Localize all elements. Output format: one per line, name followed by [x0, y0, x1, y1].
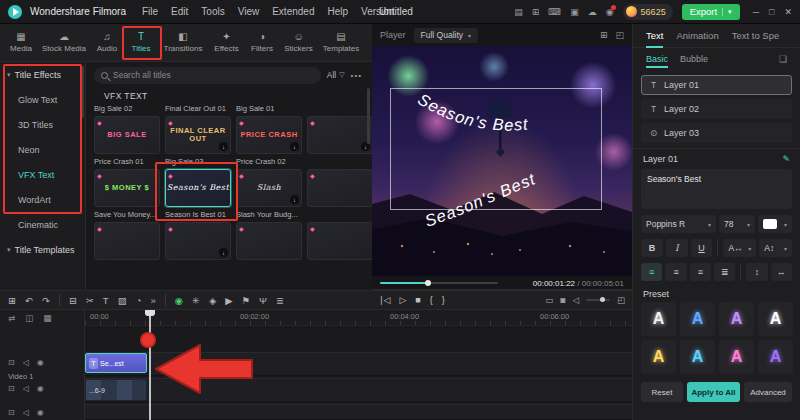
timeline-ruler[interactable]: 00:00 00:02:00 00:04:00 00:06:00: [85, 310, 632, 326]
layer-row-2[interactable]: TLayer 02: [641, 99, 792, 119]
mark-out-button[interactable]: }: [442, 295, 445, 305]
tab-transitions[interactable]: ◧Transitions: [158, 24, 208, 61]
workspace-icon[interactable]: ⊞: [8, 295, 16, 306]
track-lock-icon[interactable]: ⊡: [8, 408, 15, 417]
download-icon[interactable]: ↓: [290, 142, 299, 151]
notification-bell-icon[interactable]: ◉: [606, 7, 614, 17]
speed-icon[interactable]: ◔: [136, 295, 142, 306]
render-preview-icon[interactable]: ▶: [225, 295, 232, 306]
font-family-dropdown[interactable]: Poppins R▾: [641, 215, 716, 233]
fullscreen-icon[interactable]: ◰: [617, 295, 625, 305]
sidebar-group-title-effects[interactable]: ▾Title Effects: [0, 62, 85, 87]
tab-stickers[interactable]: ☺Stickers: [279, 24, 318, 61]
close-button[interactable]: ✕: [784, 7, 792, 17]
keyframe-icon[interactable]: ◈: [209, 295, 216, 306]
scrubber-handle[interactable]: [425, 280, 431, 286]
title-thumbnail[interactable]: ◆: [94, 222, 160, 260]
preset-tile[interactable]: A: [680, 302, 715, 336]
char-spacing-dropdown[interactable]: A↔▾: [723, 239, 756, 257]
volume-handle[interactable]: [600, 297, 605, 302]
track-lock-icon[interactable]: ⊡: [8, 358, 15, 367]
track-mute-icon[interactable]: ◁: [23, 408, 29, 417]
title-thumbnail[interactable]: ◆FINAL CLEAR OUT↓: [165, 116, 231, 154]
volume-slider[interactable]: [586, 299, 610, 301]
play-button[interactable]: ▷: [399, 295, 406, 305]
align-right-button[interactable]: ≡: [690, 263, 711, 281]
crop-icon[interactable]: ▧: [118, 295, 127, 306]
scrubber-track[interactable]: [380, 282, 498, 284]
title-thumbnail[interactable]: ◆: [236, 222, 302, 260]
font-size-dropdown[interactable]: 78▾: [719, 215, 755, 233]
track-mute-icon[interactable]: ◁: [23, 358, 29, 367]
item-label[interactable]: Price Crash 01: [94, 157, 160, 166]
sidebar-item-neon[interactable]: Neon: [0, 137, 85, 162]
preset-tile[interactable]: A: [758, 302, 793, 336]
sidebar-item-vfx-text[interactable]: VFX Text: [0, 162, 85, 187]
preset-tile[interactable]: A: [680, 340, 715, 374]
video-clip[interactable]: ...6-9: [85, 379, 147, 401]
mark-in-button[interactable]: {: [430, 295, 433, 305]
preset-tile[interactable]: A: [641, 302, 676, 336]
title-thumbnail[interactable]: ◆↓: [165, 222, 231, 260]
title-thumbnail[interactable]: ◆: [307, 169, 372, 207]
bold-button[interactable]: B: [641, 239, 663, 257]
item-label[interactable]: Save You Money...: [94, 210, 160, 219]
menu-file[interactable]: File: [142, 6, 158, 17]
text-selection-box[interactable]: [390, 88, 602, 210]
subtab-bubble[interactable]: Bubble: [680, 54, 708, 64]
subtab-basic[interactable]: Basic: [646, 54, 668, 64]
detach-player-icon[interactable]: ◰: [615, 30, 624, 40]
reset-button[interactable]: Reset: [641, 382, 683, 402]
previous-frame-button[interactable]: ∣◁: [379, 295, 390, 305]
split-scissors-icon[interactable]: ✂: [86, 295, 94, 306]
item-label[interactable]: Price Crash 02: [236, 157, 302, 166]
text-tool-icon[interactable]: T: [103, 295, 109, 306]
text-content-input[interactable]: Season's Best: [641, 169, 792, 209]
clipboard-icon[interactable]: ▣: [570, 7, 579, 17]
apply-to-all-button[interactable]: Apply to All: [687, 382, 740, 402]
title-thumbnail[interactable]: ◆Slash↓: [236, 169, 302, 207]
tab-audio[interactable]: ♫Audio: [90, 24, 124, 61]
filter-all-dropdown[interactable]: All ▽: [327, 70, 345, 80]
sidebar-group-title-templates[interactable]: ▾Title Templates: [0, 237, 85, 262]
coin-balance[interactable]: 56625: [623, 4, 673, 20]
title-thumbnail[interactable]: ◆: [307, 222, 372, 260]
search-input[interactable]: [113, 70, 314, 80]
menu-view[interactable]: View: [238, 6, 260, 17]
more-options-icon[interactable]: •••: [351, 71, 362, 80]
title-thumbnail-season-is-best[interactable]: ◆Season's Best: [165, 169, 231, 207]
playhead[interactable]: [149, 310, 151, 420]
title-thumbnail[interactable]: ◆PRICE CRASH↓: [236, 116, 302, 154]
edit-pen-icon[interactable]: ✎: [782, 154, 790, 164]
search-box[interactable]: [94, 67, 321, 84]
menu-edit[interactable]: Edit: [171, 6, 188, 17]
sidebar-item-wordart[interactable]: WordArt: [0, 187, 85, 212]
vertical-align-button[interactable]: ↕: [746, 263, 767, 281]
item-label[interactable]: Big Sale 02: [94, 104, 160, 113]
audio-track-lane[interactable]: [85, 404, 632, 420]
sidebar-scrollbar[interactable]: [82, 66, 84, 118]
advanced-button[interactable]: Advanced: [744, 382, 792, 402]
align-center-button[interactable]: ≡: [665, 263, 686, 281]
marker-icon[interactable]: ⚑: [242, 295, 251, 306]
title-clip-seasons-best[interactable]: T Se...est: [85, 353, 147, 373]
item-label[interactable]: Season Is Best 01: [165, 210, 231, 219]
sidebar-item-glow-text[interactable]: Glow Text: [0, 87, 85, 112]
tab-filters[interactable]: ◑Filters: [245, 24, 279, 61]
menu-extended[interactable]: Extended: [272, 6, 314, 17]
preset-tile[interactable]: A: [641, 340, 676, 374]
align-justify-button[interactable]: ≣: [714, 263, 735, 281]
line-spacing-dropdown[interactable]: A↕▾: [759, 239, 792, 257]
underline-button[interactable]: U: [691, 239, 713, 257]
keyframe-rail-icon[interactable]: ▦: [43, 313, 51, 323]
tab-stock-media[interactable]: ☁Stock Media: [38, 24, 90, 61]
audio-mixer-icon[interactable]: ≣: [276, 295, 284, 306]
tab-text-to-speech[interactable]: Text to Spe: [732, 30, 780, 41]
export-button[interactable]: Export ▾: [682, 4, 740, 20]
track-visibility-icon[interactable]: ◉: [37, 408, 44, 417]
horizontal-align-button[interactable]: ↔: [771, 263, 792, 281]
layout-grid-icon[interactable]: ⊞: [600, 30, 608, 40]
chevron-down-icon[interactable]: ▾: [722, 8, 732, 16]
download-icon[interactable]: ↓: [219, 142, 228, 151]
sidebar-item-3d-titles[interactable]: 3D Titles: [0, 112, 85, 137]
